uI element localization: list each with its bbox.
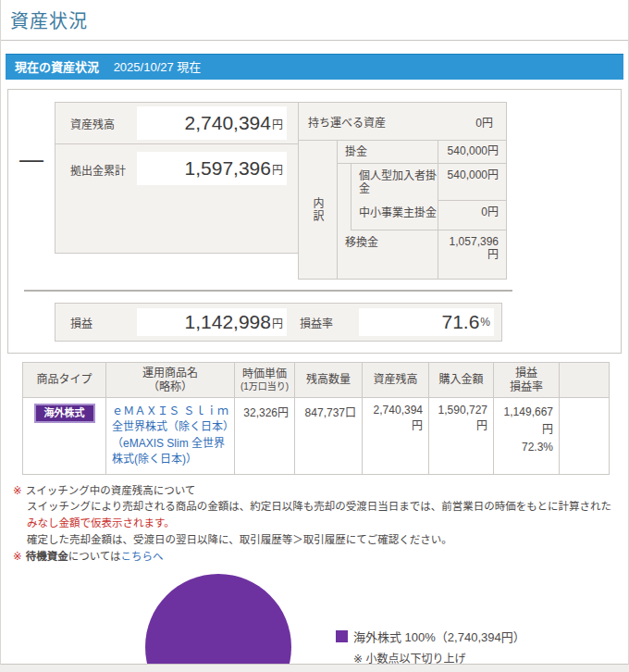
col-header-product-name: 運用商品名 （略称） xyxy=(106,363,235,398)
kakekin-label: 掛金 xyxy=(338,141,438,163)
chusho-label: 中小事業主掛金 xyxy=(352,201,438,230)
col-header-product-name-line2: （略称） xyxy=(108,380,232,394)
page-title: 資産状況 xyxy=(10,6,628,33)
contributions-valuebox: 1,597,396 円 xyxy=(137,152,287,185)
note-marker-1: ※ xyxy=(13,485,22,496)
asset-allocation-chart: 海外株式 100%（2,740,394円） ※ 小数点以下切り上げ xyxy=(1,571,628,665)
asset-balance-value: 2,740,394 xyxy=(185,112,271,134)
section-date: 2025/10/27 現在 xyxy=(114,60,202,74)
section-header-bar: 現在の資産状況 2025/10/27 現在 xyxy=(6,54,623,80)
profit-loss-valuebox: 1,142,998 円 xyxy=(137,308,287,336)
note-standby-text: については xyxy=(68,551,121,562)
product-type-badge: 海外株式 xyxy=(34,404,95,423)
col-header-profit-loss: 損益 損益率 xyxy=(494,363,560,398)
breakdown-label: 内訳 xyxy=(310,197,326,223)
contributions-unit: 円 xyxy=(272,161,283,177)
asset-balance-row: 資産残高 2,740,394 円 xyxy=(56,103,298,144)
minus-sign: — xyxy=(8,150,55,168)
col-header-purchase: 購入金額 xyxy=(429,363,494,398)
note-switching-title-text: スイッチング中の資産残高について xyxy=(26,485,196,496)
col-header-quantity: 残高数量 xyxy=(295,363,363,398)
col-header-product-type: 商品タイプ xyxy=(23,363,106,398)
product-pl-amount: 1,149,667円 xyxy=(500,404,553,439)
col-header-empty xyxy=(560,363,610,398)
profit-loss-value: 1,142,998 xyxy=(185,311,271,333)
pie-chart-svg xyxy=(144,571,292,665)
legend-item-overseas-equity: 海外株式 100%（2,740,394円） xyxy=(336,628,525,645)
ikan-value: 1,057,396円 xyxy=(438,230,506,279)
portable-assets-value: 0円 xyxy=(475,114,506,130)
page-container: 資産状況 現在の資産状況 2025/10/27 現在 — 資産残高 2,740,… xyxy=(0,0,629,665)
kojin-value: 540,000円 xyxy=(438,164,506,201)
product-purchase: 1,590,727円 xyxy=(429,398,494,475)
col-header-product-name-line1: 運用商品名 xyxy=(142,367,198,380)
contributions-value: 1,597,396 xyxy=(185,157,271,180)
breakdown-rows: 掛金 540,000円 個人型加入者掛金 540,000円 中小事業主掛金 0円 xyxy=(338,141,506,279)
profit-loss-unit: 円 xyxy=(272,315,283,330)
product-row: 海外株式 ｅＭＡＸＩＳ Ｓｌｉｍ 全世界株式（除く日本） （eMAXIS Sli… xyxy=(23,398,610,475)
product-unit-price: 32,326円 xyxy=(235,398,295,475)
breakdown-detail-row: 内訳 掛金 540,000円 個人型加入者掛金 540,000円 xyxy=(299,141,506,279)
note-switching-body-text: スイッチングにより売却される商品の金額は、約定日以降も売却の受渡日当日までは、前… xyxy=(27,501,611,512)
asset-balance-valuebox: 2,740,394 円 xyxy=(137,106,287,140)
section-title: 現在の資産状況 xyxy=(15,60,99,74)
product-name-cell: ｅＭＡＸＩＳ Ｓｌｉｍ 全世界株式（除く日本） （eMAXIS Slim 全世界… xyxy=(106,398,235,475)
contributions-label: 拠出金累計 xyxy=(56,162,137,178)
product-type-cell: 海外株式 xyxy=(23,398,106,475)
asset-balance-unit: 円 xyxy=(272,116,283,131)
kakekin-sub-rows: 個人型加入者掛金 540,000円 中小事業主掛金 0円 xyxy=(351,164,506,230)
product-name-line1: ｅＭＡＸＩＳ Ｓｌｉｍ 全世界株式（除く日本） xyxy=(112,404,228,436)
col-header-pl-line2: 損益率 xyxy=(496,380,557,394)
legend-rounding-note: ※ 小数点以下切り上げ xyxy=(353,650,525,665)
kojin-label: 個人型加入者掛金 xyxy=(352,164,438,201)
product-name-line2: （eMAXIS Slim 全世界株式(除く日本)） xyxy=(112,436,228,468)
breakdown-table: 持ち運べる資産 0円 内訳 掛金 540,000円 個人型 xyxy=(298,102,507,280)
note-standby-funds: ※待機資金についてはこちらへ xyxy=(13,549,619,566)
note-confirm-text: 確定した売却金額は、受渡日の翌日以降に、取引履歴等＞取引履歴にてご確認ください。 xyxy=(27,534,452,545)
product-name-link[interactable]: ｅＭＡＸＩＳ Ｓｌｉｍ 全世界株式（除く日本） （eMAXIS Slim 全世界… xyxy=(112,404,228,468)
notes-section: ※スイッチング中の資産残高について スイッチングにより売却される商品の金額は、約… xyxy=(13,483,619,566)
ikan-row: 移換金 1,057,396円 xyxy=(338,230,506,279)
ikan-label: 移換金 xyxy=(338,230,438,279)
contributions-row: 拠出金累計 1,597,396 円 xyxy=(56,144,298,253)
portable-assets-label: 持ち運べる資産 xyxy=(299,114,475,130)
note-switching-red-text: みなし金額で仮表示されます。 xyxy=(27,517,175,529)
kakekin-value: 540,000円 xyxy=(438,141,506,163)
asset-balance-label: 資産残高 xyxy=(56,116,137,131)
profit-loss-label: 損益 xyxy=(56,315,137,330)
note-marker-2: ※ xyxy=(13,551,22,562)
profit-loss-rate-valuebox: 71.6 % xyxy=(359,308,494,336)
kakekin-row: 掛金 540,000円 xyxy=(338,141,506,164)
pie-chart xyxy=(144,571,292,665)
product-quantity: 847,737口 xyxy=(295,398,363,475)
product-empty-cell xyxy=(560,398,610,475)
col-header-balance: 資産残高 xyxy=(363,363,429,398)
asset-summary-box: — 資産残高 2,740,394 円 拠出金累計 1,597,396 円 xyxy=(7,89,622,354)
standby-funds-link[interactable]: こちらへ xyxy=(121,551,164,562)
legend-text: 海外株式 100%（2,740,394円） xyxy=(353,628,525,645)
asset-summary-grid: — 資産残高 2,740,394 円 拠出金累計 1,597,396 円 xyxy=(8,102,621,280)
profit-loss-rate-value: 71.6 xyxy=(441,311,479,333)
chart-legend: 海外株式 100%（2,740,394円） ※ 小数点以下切り上げ xyxy=(336,628,525,665)
note-switching-body: スイッチングにより売却される商品の金額は、約定日以降も売却の受渡日当日までは、前… xyxy=(27,499,619,532)
products-table-header-row: 商品タイプ 運用商品名 （略称） 時価単価 (1万口当り) 残高数量 資産残高 … xyxy=(23,363,610,398)
title-divider xyxy=(1,40,628,41)
chusho-row: 中小事業主掛金 0円 xyxy=(352,201,506,230)
note-standby-bold: 待機資金 xyxy=(26,551,68,562)
profit-loss-box: 損益 1,142,998 円 損益率 71.6 % xyxy=(55,303,502,342)
products-table: 商品タイプ 運用商品名 （略称） 時価単価 (1万口当り) 残高数量 資産残高 … xyxy=(22,362,610,475)
col-header-unit-price-line1: 時価単価 xyxy=(242,367,287,380)
balance-table: 資産残高 2,740,394 円 拠出金累計 1,597,396 円 xyxy=(55,102,299,254)
col-header-unit-price: 時価単価 (1万口当り) xyxy=(235,363,295,398)
note-switching-title: ※スイッチング中の資産残高について xyxy=(13,483,619,500)
product-profit-loss-cell: 1,149,667円 72.3% xyxy=(494,398,560,475)
product-pl-rate: 72.3% xyxy=(500,439,553,456)
profit-loss-rate-label: 損益率 xyxy=(287,315,359,330)
legend-swatch-icon xyxy=(336,630,348,642)
kojin-row: 個人型加入者掛金 540,000円 xyxy=(352,164,506,201)
col-header-unit-price-line2: (1万口当り) xyxy=(237,381,292,393)
portable-assets-row: 持ち運べる資産 0円 xyxy=(299,103,506,141)
note-confirm: 確定した売却金額は、受渡日の翌日以降に、取引履歴等＞取引履歴にてご確認ください。 xyxy=(27,532,619,549)
summary-separator xyxy=(24,290,512,292)
product-balance: 2,740,394円 xyxy=(363,398,429,475)
